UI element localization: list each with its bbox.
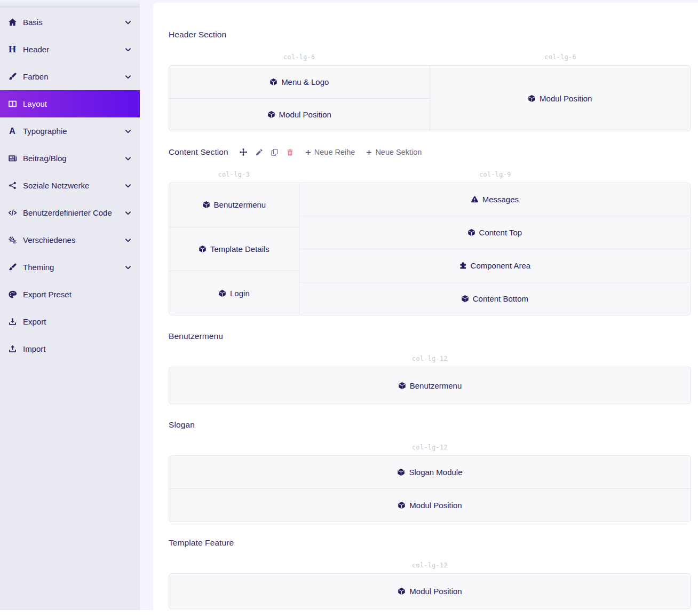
column-width-label: col-lg-12 <box>169 444 691 451</box>
font-icon: A <box>5 127 19 136</box>
chevron-down-icon <box>124 46 132 53</box>
edit-section-button[interactable] <box>255 148 263 156</box>
add-row-button[interactable]: Neue Reihe <box>305 148 355 156</box>
sidebar-item-export[interactable]: Export <box>0 308 140 335</box>
layout-column: Benutzermenu Template Details Login <box>169 183 299 315</box>
sidebar-item-label: Beitrag/Blog <box>23 154 124 163</box>
sidebar-top-divider <box>0 0 140 7</box>
module-label: Content Top <box>479 228 522 237</box>
cube-icon <box>467 228 475 236</box>
module-cell-menu-logo[interactable]: Menu & Logo <box>169 66 430 98</box>
section-title: Template Feature <box>169 538 234 548</box>
sidebar-item-label: Typographie <box>23 127 124 136</box>
sidebar-item-basis[interactable]: Basis <box>0 9 140 36</box>
sidebar-item-header[interactable]: H Header <box>0 36 140 63</box>
section-title: Slogan <box>169 420 195 430</box>
chevron-down-icon <box>124 209 132 217</box>
sidebar-item-label: Export <box>23 317 132 326</box>
module-cell-slogan-module[interactable]: Slogan Module <box>169 456 691 488</box>
add-section-button[interactable]: Neue Sektion <box>366 148 422 156</box>
section-title: Benutzermenu <box>169 331 223 341</box>
chevron-down-icon <box>124 155 132 162</box>
section-content-section: Content Section Neue Reihe Neue Sektion <box>169 146 691 315</box>
sidebar-nav: Basis H Header Farben Layout A Typograph… <box>0 7 140 362</box>
module-cell-content-top[interactable]: Content Top <box>299 216 690 249</box>
layout-column: Modul Position <box>430 65 691 131</box>
module-label: Template Details <box>210 244 269 254</box>
add-row-label: Neue Reihe <box>314 148 355 156</box>
sidebar-item-label: Import <box>23 344 132 353</box>
cube-icon <box>267 110 275 119</box>
module-label: Messages <box>482 195 519 204</box>
module-label: Benutzermenu <box>410 381 462 390</box>
section-slogan: Slogan col-lg-12 Slogan Module Modul Pos… <box>169 419 691 522</box>
column-width-label: col-lg-9 <box>299 171 691 178</box>
module-cell-modul-position[interactable]: Modul Position <box>430 66 691 131</box>
delete-section-button[interactable] <box>286 148 294 156</box>
sidebar-item-verschiedenes[interactable]: Verschiedenes <box>0 226 140 254</box>
sidebar-item-soziale-netzwerke[interactable]: Soziale Netzwerke <box>0 172 140 199</box>
layout-column: Slogan Module Modul Position <box>169 455 691 522</box>
cube-icon <box>202 201 210 209</box>
chevron-down-icon <box>124 19 132 26</box>
sidebar-item-label: Theming <box>23 263 124 272</box>
download-icon <box>5 317 19 326</box>
puzzle-icon <box>459 262 467 270</box>
warning-icon <box>471 195 479 203</box>
chevron-down-icon <box>124 128 132 135</box>
copy-section-button[interactable] <box>271 148 279 156</box>
move-section-button[interactable] <box>239 148 248 156</box>
module-cell-benutzermenu[interactable]: Benutzermenu <box>169 367 691 404</box>
module-cell-template-details[interactable]: Template Details <box>169 227 299 271</box>
column-width-label: col-lg-6 <box>169 53 430 61</box>
chevron-down-icon <box>124 264 132 271</box>
sidebar-item-export-preset[interactable]: Export Preset <box>0 281 140 308</box>
cube-icon <box>398 501 406 509</box>
sidebar-item-farben[interactable]: Farben <box>0 63 140 90</box>
module-label: Slogan Module <box>409 468 462 477</box>
column-width-label: col-lg-12 <box>169 355 691 362</box>
paintbrush-icon <box>5 263 19 272</box>
sidebar-item-label: Soziale Netzwerke <box>23 181 124 190</box>
sidebar-item-label: Basis <box>23 18 124 27</box>
module-cell-modul-position[interactable]: Modul Position <box>169 574 691 609</box>
upload-icon <box>5 344 19 353</box>
module-cell-modul-position[interactable]: Modul Position <box>169 488 691 522</box>
module-label: Modul Position <box>279 110 331 119</box>
cube-icon <box>398 382 406 390</box>
sidebar: Basis H Header Farben Layout A Typograph… <box>0 0 140 610</box>
paintbrush-icon <box>5 72 19 81</box>
cube-icon <box>461 295 469 303</box>
module-label: Benutzermenu <box>214 200 266 209</box>
module-cell-component-area[interactable]: Component Area <box>299 249 690 282</box>
columns-icon <box>5 99 19 108</box>
add-section-label: Neue Sektion <box>375 148 422 156</box>
sidebar-item-import[interactable]: Import <box>0 335 140 362</box>
module-cell-modul-position[interactable]: Modul Position <box>169 98 430 131</box>
sidebar-item-layout[interactable]: Layout <box>0 90 140 117</box>
section-toolbar: Neue Reihe Neue Sektion <box>239 148 422 156</box>
palette-icon <box>5 290 19 299</box>
module-label: Modul Position <box>409 501 462 510</box>
module-cell-messages[interactable]: Messages <box>299 183 690 216</box>
sidebar-item-beitrag-blog[interactable]: Beitrag/Blog <box>0 145 140 172</box>
sidebar-item-typographie[interactable]: A Typographie <box>0 117 140 145</box>
sidebar-item-theming[interactable]: Theming <box>0 254 140 281</box>
module-label: Component Area <box>471 261 531 270</box>
plus-icon <box>305 149 312 156</box>
code-icon <box>5 208 19 217</box>
module-cell-benutzermenu[interactable]: Benutzermenu <box>169 183 299 227</box>
module-label: Content Bottom <box>473 294 528 303</box>
module-cell-content-bottom[interactable]: Content Bottom <box>299 282 690 315</box>
template-layout-builder: Basis H Header Farben Layout A Typograph… <box>0 0 698 616</box>
module-label: Modul Position <box>540 94 592 103</box>
cube-icon <box>269 78 277 86</box>
plus-icon <box>366 149 372 156</box>
sidebar-item-label: Layout <box>23 99 132 108</box>
sidebar-item-label: Header <box>23 45 124 54</box>
layout-column: Benutzermenu <box>169 367 691 404</box>
column-width-label: col-lg-3 <box>169 171 299 178</box>
module-cell-login[interactable]: Login <box>169 271 299 315</box>
module-label: Login <box>230 289 250 298</box>
sidebar-item-benutzerdefinierter-code[interactable]: Benutzerdefinierter Code <box>0 199 140 226</box>
